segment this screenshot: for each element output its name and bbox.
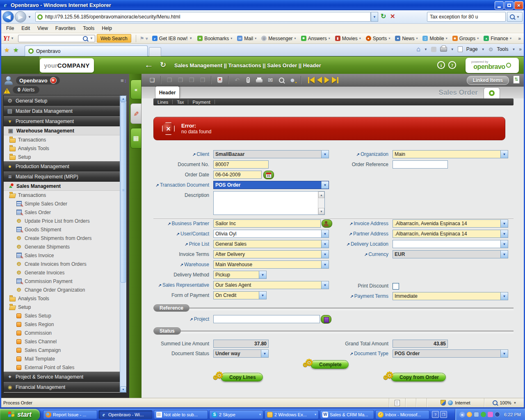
maximize-button[interactable] (504, 1, 514, 9)
sub-tab[interactable]: Payment (188, 100, 214, 105)
sidebar-item[interactable]: Sales Channel (4, 337, 121, 346)
tray-time-sync-icon[interactable] (495, 412, 500, 417)
dropdown-arrow-icon[interactable]: ▼ (321, 151, 329, 158)
checkbox[interactable] (393, 283, 399, 290)
menu-item[interactable]: File (2, 24, 18, 33)
field-control[interactable]: Pickup ▼ ▲▼ (213, 271, 267, 279)
audit-icon[interactable]: ☻ (288, 75, 297, 85)
menu-item[interactable]: Tools (79, 24, 98, 33)
field-control[interactable]: 06-04-2009 ▼ ▲▼ (213, 171, 262, 179)
sidebar-item[interactable]: Sales Campaign (4, 346, 121, 354)
sidebar-item[interactable]: Sales Invoice (4, 251, 121, 260)
sidebar-item[interactable]: Project & Service Management (4, 372, 121, 382)
sidebar-item[interactable]: Sales Region (4, 320, 121, 329)
nav-history-dropdown-icon[interactable]: ▼ (28, 15, 31, 19)
sidebar-item[interactable]: Sales Order (4, 208, 121, 217)
tray-collapse-icon[interactable]: « (459, 412, 465, 418)
sidebar-item[interactable]: Generate Shipments (4, 242, 121, 251)
sidebar-item[interactable]: Sales Setup (4, 311, 121, 320)
menu-sort-icon[interactable]: ≡↕ (121, 78, 127, 84)
field-control[interactable]: On Credit ▼ ▲▼ (213, 291, 267, 299)
menu-item[interactable]: Help (98, 24, 116, 33)
menu-item[interactable]: View (34, 24, 52, 33)
close-button[interactable]: ✕ (514, 1, 523, 9)
sidebar-item[interactable]: External Point of Sales (4, 363, 121, 372)
sidebar-item[interactable]: Create Invoices from Orders (4, 260, 121, 268)
document-status-select[interactable]: Under way ▼ (213, 349, 269, 358)
sidebar-item[interactable]: Analysis Tools (4, 294, 121, 303)
print-icon[interactable] (440, 47, 447, 52)
new-record-icon[interactable]: ❏ (147, 75, 157, 85)
yahoo-logo-dropdown-icon[interactable]: ▼ (11, 37, 14, 40)
sidebar-item[interactable]: General Setup (4, 96, 121, 106)
field-control[interactable]: ▼ ▲▼ (213, 191, 325, 215)
email-icon[interactable]: ✉ (265, 75, 275, 85)
sidebar-item[interactable]: Setup (4, 303, 121, 311)
taskbar-button[interactable]: Openbravo - Wi... (98, 410, 153, 419)
sidebar-item[interactable]: Warehouse Management (4, 126, 121, 135)
first-record-icon[interactable] (308, 77, 315, 83)
favorites-star-icon[interactable]: ★ (4, 46, 9, 54)
address-dropdown-icon[interactable]: ▼ (371, 12, 378, 22)
dropdown-arrow-icon[interactable]: ▼ (500, 251, 508, 258)
project-input[interactable] (213, 315, 320, 323)
copy-lines-button[interactable]: ⚙Copy Lines (221, 373, 263, 381)
tray-antivirus-icon[interactable] (481, 412, 486, 417)
start-button[interactable]: start (0, 409, 40, 420)
yahoo-toolbar-button[interactable]: News ▾ (393, 36, 420, 41)
field-control[interactable]: ▼ ▲▼ (393, 240, 508, 248)
dropdown-arrow-icon[interactable]: ▼ (321, 181, 329, 189)
attachment-icon[interactable] (243, 75, 253, 85)
yahoo-toolbar-button[interactable]: Messenger ▾ (259, 36, 298, 41)
field-control[interactable]: Immediate ▼ ▲▼ (393, 292, 508, 300)
sidebar-item[interactable]: Financial Management (4, 382, 121, 392)
field-control[interactable]: EUR ▼ ▲▼ (393, 250, 508, 258)
taskbar-button[interactable]: Not able to sub... (154, 410, 208, 419)
field-control[interactable]: SmallBazaar ▼ ▲▼ (213, 150, 329, 158)
dropdown-arrow-icon[interactable]: ▼ (321, 261, 329, 268)
sidebar-item[interactable]: Procurement Management (4, 116, 121, 126)
dropdown-arrow-icon[interactable]: ▼ (321, 251, 329, 258)
dropdown-arrow-icon[interactable]: ▼ (321, 281, 329, 289)
field-control[interactable]: Main Warehouse ▼ ▲▼ (213, 260, 329, 269)
address-input[interactable]: http://79.125.56.185/openbravomainoracle… (35, 12, 371, 22)
stop-icon[interactable]: ✕ (390, 13, 395, 20)
edit-pencil-icon[interactable]: ✎ (130, 103, 142, 124)
search-button[interactable]: ▼ (507, 12, 523, 22)
sidebar-item[interactable]: Transactions (4, 135, 121, 144)
tray-messenger-icon[interactable] (488, 412, 493, 417)
sidebar-item[interactable]: Commission Payment (4, 277, 121, 285)
field-control[interactable]: Sailor Inc ▼ ▲▼ (213, 219, 321, 228)
linked-items-icon[interactable] (513, 75, 520, 84)
delete-icon[interactable] (215, 75, 225, 85)
sub-tab[interactable]: Tax (173, 100, 188, 105)
command-overflow-icon[interactable]: » (519, 46, 522, 52)
dropdown-arrow-icon[interactable]: ▼ (321, 240, 329, 248)
field-control[interactable]: General Sales ▼ ▲▼ (213, 240, 329, 248)
taskbar-button[interactable]: 2 Skype ▾ (209, 410, 263, 419)
sidebar-item[interactable]: Transactions (4, 191, 121, 199)
tray-network-icon[interactable] (474, 412, 479, 417)
app-refresh-icon[interactable]: ↻ (160, 60, 166, 69)
field-control[interactable]: .Albarracín, Avenida Espinaca 14 ▼ ▲▼ (393, 219, 508, 228)
print-record-icon[interactable] (254, 75, 264, 85)
flag-icon[interactable]: ⚑ ▾ (140, 36, 148, 41)
dropdown-arrow-icon[interactable]: ▼ (259, 271, 266, 278)
yahoo-toolbar-button[interactable]: Bookmarks ▾ (195, 36, 235, 41)
tab-header[interactable]: Header (155, 86, 180, 98)
sidebar-item[interactable]: Simple Sales Order (4, 199, 121, 208)
yahoo-search-input[interactable]: ▼ (18, 35, 95, 42)
taskbar-button[interactable]: Report Issue - ... (43, 410, 97, 419)
field-control[interactable]: Main ▼ ▲▼ (393, 150, 508, 158)
toolbar-overflow-icon[interactable]: » (518, 36, 521, 41)
sub-tab[interactable]: Lines (153, 100, 172, 105)
linked-items-button[interactable]: Linked Items (467, 76, 509, 85)
next-record-icon[interactable] (324, 77, 329, 83)
yahoo-toolbar-button[interactable]: Get IE8 now! ▼ (150, 36, 195, 41)
alerts-row[interactable]: 0Alerts (4, 86, 39, 94)
window-stack-icon[interactable]: ❐ (440, 411, 447, 418)
dropdown-arrow-icon[interactable]: ▼ (500, 220, 508, 227)
help-icon[interactable]: ? (448, 61, 456, 69)
help-tray-icon[interactable]: ? (432, 411, 439, 418)
dropdown-arrow-icon[interactable]: ▼ (500, 240, 508, 248)
